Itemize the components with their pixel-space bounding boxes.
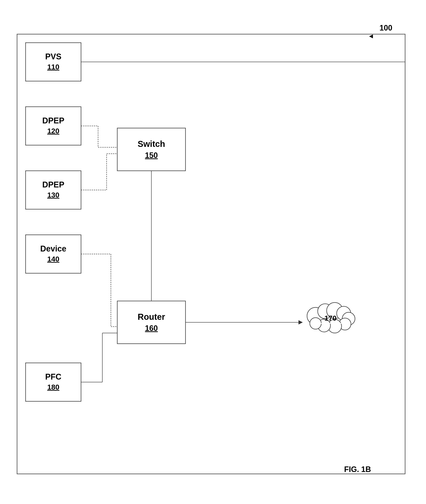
svg-text:DPEP: DPEP <box>42 180 64 189</box>
svg-text:140: 140 <box>47 255 59 263</box>
svg-text:170: 170 <box>325 314 337 322</box>
svg-rect-6 <box>117 128 185 171</box>
svg-rect-5 <box>26 363 81 401</box>
svg-text:130: 130 <box>47 191 59 199</box>
svg-point-31 <box>318 319 330 332</box>
svg-rect-7 <box>117 301 185 344</box>
svg-point-30 <box>328 319 341 333</box>
diagram-container: 100 ◄ <box>13 21 414 487</box>
svg-point-32 <box>310 318 321 329</box>
svg-text:Device: Device <box>40 244 66 253</box>
svg-rect-2 <box>26 107 81 145</box>
svg-point-28 <box>342 312 355 325</box>
svg-text:150: 150 <box>145 151 158 160</box>
svg-point-29 <box>339 318 351 330</box>
svg-text:DPEP: DPEP <box>42 116 64 125</box>
svg-text:110: 110 <box>47 63 59 71</box>
diagram-svg: PVS 110 DPEP 120 DPEP 130 Device 140 PFC… <box>13 21 414 487</box>
ref-100-arrow: ◄ <box>368 32 374 40</box>
svg-text:120: 120 <box>47 127 59 135</box>
svg-text:Switch: Switch <box>138 139 165 149</box>
svg-text:PVS: PVS <box>45 52 61 61</box>
svg-text:PFC: PFC <box>45 372 61 381</box>
svg-text:Router: Router <box>138 312 165 321</box>
ref-100-label: 100 <box>380 23 392 32</box>
svg-rect-4 <box>26 235 81 273</box>
svg-rect-3 <box>26 171 81 209</box>
svg-rect-1 <box>26 43 81 81</box>
svg-text:180: 180 <box>47 383 59 391</box>
svg-text:160: 160 <box>145 324 158 333</box>
svg-point-24 <box>307 307 324 324</box>
svg-rect-0 <box>17 34 405 474</box>
svg-point-26 <box>327 302 343 319</box>
svg-point-27 <box>337 306 351 321</box>
svg-point-25 <box>318 304 333 319</box>
svg-marker-23 <box>298 320 303 324</box>
fig-label: FIG. 1B <box>344 465 371 474</box>
